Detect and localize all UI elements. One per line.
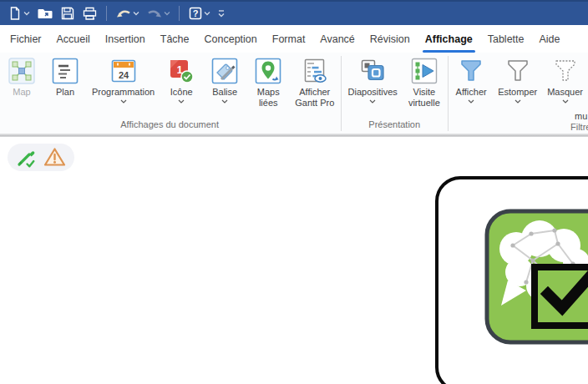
- button-label: Visite: [413, 87, 436, 98]
- tab-insertion[interactable]: Insertion: [98, 25, 153, 53]
- svg-text:?: ?: [193, 8, 199, 18]
- redo-button[interactable]: [144, 3, 173, 24]
- chevron-down-icon[interactable]: [120, 99, 127, 104]
- button-label: Estomper: [498, 87, 537, 98]
- button-label: Maps: [257, 87, 280, 98]
- tab-conception[interactable]: Conception: [197, 25, 265, 53]
- tab-fichier[interactable]: Fichier: [3, 25, 49, 53]
- pen-check-icon[interactable]: [16, 147, 38, 169]
- button-label-line2: virtuelle: [408, 98, 440, 109]
- button-label-line2: liées: [259, 98, 278, 109]
- chevron-down-icon: [164, 11, 170, 16]
- new-document-icon: [8, 6, 23, 21]
- help-button[interactable]: ?: [185, 3, 213, 24]
- mindview-app-icon: [484, 209, 588, 346]
- dialog: [435, 176, 588, 384]
- print-button[interactable]: [79, 3, 100, 24]
- chevron-down-icon: [133, 11, 139, 16]
- tab-affichage[interactable]: Affichage: [418, 25, 480, 53]
- funnel-dashed-icon: [552, 58, 579, 84]
- balise-button[interactable]: Balise: [203, 58, 246, 104]
- chevron-down-icon: [23, 11, 30, 16]
- button-label: Balise: [212, 87, 237, 98]
- tag-icon: [211, 58, 238, 84]
- funnel-outline-icon: [504, 58, 531, 84]
- button-label: Map: [13, 87, 30, 98]
- group-label-affichages-du-document: Affichages du document: [0, 119, 339, 134]
- chevron-down-icon[interactable]: [562, 99, 569, 104]
- afficher-filtre-button[interactable]: Afficher: [449, 58, 493, 104]
- help-icon: ?: [188, 6, 203, 21]
- map-view-button: Map: [0, 58, 43, 98]
- svg-text:24: 24: [118, 70, 129, 80]
- chevron-down-icon[interactable]: [514, 99, 521, 104]
- toolbar-separator: [179, 6, 180, 21]
- ribbon-group-presentation: Diapositives Visite virtuelle: [343, 53, 446, 134]
- icon-badge-icon: 1: [168, 58, 195, 84]
- customize-toolbar-icon: [217, 8, 226, 18]
- programmation-button[interactable]: 24 Programmation: [87, 58, 160, 104]
- virtual-tour-icon: [411, 58, 438, 84]
- redo-icon: [146, 7, 163, 20]
- tab-accueil[interactable]: Accueil: [49, 25, 98, 53]
- undo-button[interactable]: [113, 3, 142, 24]
- app-window: ? Fichier Accueil Insertion Tâche Concep…: [0, 0, 588, 384]
- gantt-chart-eye-icon: [302, 58, 328, 84]
- visite-virtuelle-button[interactable]: Visite virtuelle: [403, 58, 446, 109]
- button-label: Icône: [170, 87, 193, 98]
- ribbon: Map Plan: [0, 53, 588, 134]
- tab-avance[interactable]: Avancé: [312, 25, 362, 53]
- button-label: Masquer: [547, 87, 583, 98]
- maps-liees-button[interactable]: Maps liées: [246, 58, 290, 109]
- open-button[interactable]: [34, 3, 56, 24]
- outline-view-icon: [52, 58, 79, 84]
- save-button[interactable]: [58, 3, 78, 24]
- tab-aide[interactable]: Aide: [532, 25, 568, 53]
- slides-icon: [359, 58, 386, 84]
- afficher-gantt-pro-button[interactable]: Afficher Gantt Pro: [290, 58, 339, 109]
- chevron-down-icon: [204, 11, 210, 16]
- group-label-presentation: Présentation: [343, 119, 446, 134]
- warning-icon[interactable]: [43, 147, 66, 168]
- tab-tache[interactable]: Tâche: [153, 25, 197, 53]
- button-label-line2: Gantt Pro: [295, 98, 334, 109]
- ribbon-group-affichages-du-document: Map Plan: [0, 53, 339, 134]
- undo-icon: [115, 7, 132, 20]
- button-label: Programmation: [92, 87, 155, 98]
- funnel-filled-icon: [458, 58, 484, 84]
- diapositives-button[interactable]: Diapositives: [343, 58, 403, 104]
- calendar-icon: 24: [110, 58, 137, 84]
- button-label: Diapositives: [348, 87, 398, 98]
- chevron-down-icon[interactable]: [178, 99, 185, 104]
- open-folder-icon: [37, 6, 53, 21]
- ribbon-group-filtre: Afficher Estomper Masquer: [449, 53, 588, 134]
- save-icon: [60, 6, 75, 21]
- customize-toolbar-button[interactable]: [215, 3, 228, 24]
- button-label: Plan: [56, 87, 74, 98]
- status-pill: [8, 144, 74, 171]
- plan-view-button[interactable]: Plan: [43, 58, 87, 98]
- toolbar-separator: [106, 6, 107, 21]
- button-label: Afficher: [456, 87, 487, 98]
- ribbon-bottom-edge: [0, 134, 588, 137]
- tab-format[interactable]: Format: [265, 25, 313, 53]
- tab-tablette[interactable]: Tablette: [480, 25, 532, 53]
- quick-access-toolbar: ?: [5, 3, 228, 24]
- icone-button[interactable]: 1 Icône: [160, 58, 203, 104]
- cutoff-button-label: mu: [575, 111, 587, 121]
- masquer-button[interactable]: Masquer: [542, 58, 588, 104]
- print-icon: [82, 6, 98, 21]
- button-label: Afficher: [299, 87, 330, 98]
- new-document-button[interactable]: [5, 3, 33, 24]
- linked-map-pin-icon: [255, 58, 281, 84]
- map-view-icon: [8, 58, 35, 84]
- titlebar: ?: [0, 0, 588, 25]
- tab-revision[interactable]: Révision: [362, 25, 418, 53]
- chevron-down-icon[interactable]: [221, 99, 228, 104]
- ribbon-tab-bar: Fichier Accueil Insertion Tâche Concepti…: [0, 25, 588, 53]
- chevron-down-icon[interactable]: [369, 99, 376, 104]
- chevron-down-icon[interactable]: [468, 99, 474, 104]
- group-label-filtre: Filtre: [570, 122, 588, 132]
- estomper-button[interactable]: Estomper: [493, 58, 542, 104]
